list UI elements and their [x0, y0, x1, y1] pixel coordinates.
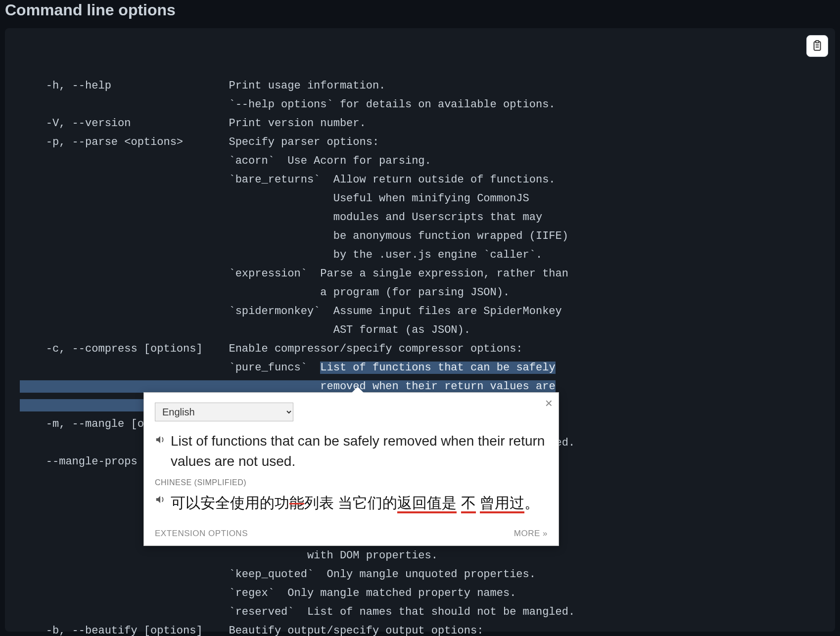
speaker-icon[interactable] [155, 434, 166, 447]
code-line: AST format (as JSON). [20, 324, 470, 336]
code-line: `spidermonkey` Assume input files are Sp… [20, 305, 562, 318]
code-line: -p, --parse <options> Specify parser opt… [20, 136, 379, 148]
code-line: `regex` Only mangle matched property nam… [20, 587, 516, 599]
close-button[interactable]: × [545, 397, 553, 409]
code-line: `reserved` List of names that should not… [20, 606, 575, 618]
code-line: -b, --beautify [options] Beautify output… [20, 625, 483, 636]
code-line: -V, --version Print version number. [20, 117, 366, 130]
target-language-label: CHINESE (SIMPLIFIED) [155, 478, 548, 487]
tgt-seg: 。 [524, 495, 539, 511]
translated-text: 可以安全使用的功能列表 当它们的返回值是 不 曾用过。 [171, 491, 539, 515]
code-line: `pure_funcs` [20, 362, 320, 374]
speaker-icon[interactable] [155, 494, 166, 507]
code-line: a program (for parsing JSON). [20, 286, 510, 299]
clipboard-icon [811, 40, 824, 52]
code-line: `bare_returns` Allow return outside of f… [20, 174, 556, 186]
selected-text [20, 380, 320, 393]
code-line: be anonymous function wrapped (IIFE) [20, 230, 568, 242]
code-line: `keep_quoted` Only mangle unquoted prope… [20, 568, 536, 581]
code-line: `acorn` Use Acorn for parsing. [20, 155, 431, 167]
tgt-seg-underlined: 曾用过 [480, 495, 524, 513]
tgt-seg: 可以安全使用的功 [171, 495, 289, 511]
extension-options-link[interactable]: EXTENSION OPTIONS [155, 529, 248, 539]
tgt-seg: 列表 当它们的 [304, 495, 397, 511]
code-line: -c, --compress [options] Enable compress… [20, 343, 523, 355]
source-language-select[interactable]: English [155, 403, 293, 421]
section-heading: Command line options [0, 0, 840, 28]
tgt-seg-underlined: 不 [461, 495, 476, 513]
source-text: List of functions that can be safely rem… [171, 431, 548, 471]
code-line: modules and Userscripts that may [20, 211, 542, 224]
code-line: Useful when minifying CommonJS [20, 192, 529, 205]
code-line: by the .user.js engine `caller`. [20, 249, 542, 261]
svg-rect-1 [816, 41, 819, 43]
selected-text: List of functions that can be safely [320, 362, 555, 374]
tgt-seg [457, 495, 461, 511]
code-line: with DOM properties. [20, 549, 438, 562]
translate-popup: × English List of functions that can be … [143, 392, 559, 546]
tgt-seg-corrected: 能 [289, 495, 304, 511]
code-line: `expression` Parse a single expression, … [20, 268, 568, 280]
tgt-seg-underlined: 返回值是 [397, 495, 457, 513]
code-line: `--help options` for details on availabl… [20, 98, 556, 111]
code-line: -h, --help Print usage information. [20, 80, 385, 92]
more-link[interactable]: MORE » [514, 529, 548, 539]
copy-button[interactable] [806, 35, 828, 57]
